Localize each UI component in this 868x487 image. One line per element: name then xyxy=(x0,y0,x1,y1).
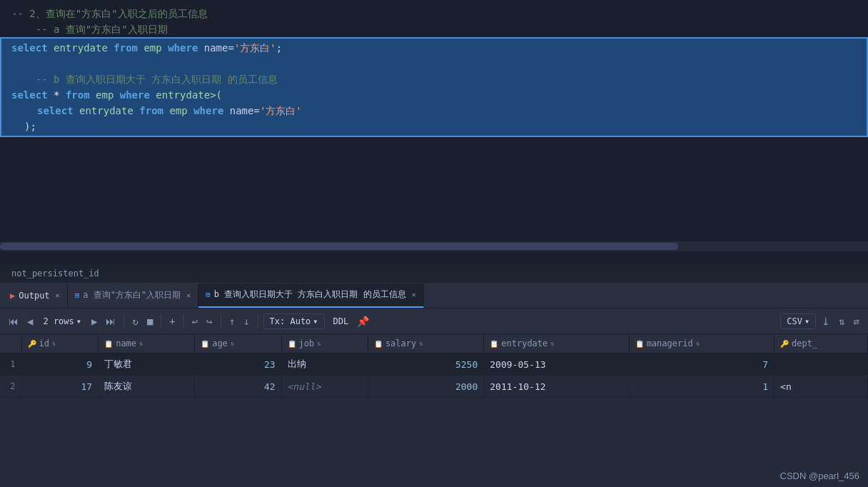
td-entrydate-1: 2009-05-13 xyxy=(484,353,629,376)
code-line-8: ); xyxy=(1,119,867,134)
selected-code-block: select entrydate from emp where name= '方… xyxy=(0,37,868,137)
th-entrydate-sort: ⇅ xyxy=(550,340,554,347)
th-rownum xyxy=(0,334,21,353)
code-area: -- 2、查询在"方东白"入职之后的员工信息 -- a 查询"方东白"入职日期 … xyxy=(0,0,868,237)
table-row: 1 9 丁敏君 23 出纳 5250 2009-05-13 7 xyxy=(0,353,868,376)
td-age-1: 23 xyxy=(195,353,281,376)
ddl-button[interactable]: DDL xyxy=(328,314,355,328)
tab-query-a[interactable]: ⊞ a 查询"方东白"入职日期 ✕ xyxy=(68,283,199,308)
separator-1 xyxy=(123,314,124,328)
th-id[interactable]: 🔑 id ⇅ xyxy=(21,334,99,353)
refresh-button[interactable]: ↻ xyxy=(129,313,141,329)
td-id-2: 17 xyxy=(21,376,99,398)
bottom-panel: not_persistent_id ▶ Output ✕ ⊞ a 查询"方东白"… xyxy=(0,264,868,487)
td-job-2: <null> xyxy=(281,376,368,398)
last-row-button[interactable]: ⏭ xyxy=(103,313,118,329)
separator-2 xyxy=(161,314,161,328)
rows-count-button[interactable]: 2 rows ▾ xyxy=(39,314,86,328)
th-salary-label: salary xyxy=(385,338,416,348)
tab-query-b[interactable]: ⊞ b 查询入职日期大于 方东白入职日期 的员工信息 ✕ xyxy=(198,283,424,308)
th-id-sort: ⇅ xyxy=(52,340,56,347)
tab-output-close[interactable]: ✕ xyxy=(56,291,60,299)
next-row-button[interactable]: ▶ xyxy=(89,313,100,329)
tab-b-close[interactable]: ✕ xyxy=(412,291,416,298)
td-job-1: 出纳 xyxy=(281,353,368,376)
code-line-7: select entrydate from emp where name= '方… xyxy=(1,103,867,119)
th-entrydate[interactable]: 📋 entrydate ⇅ xyxy=(484,334,629,353)
stop-button[interactable]: ■ xyxy=(144,313,156,329)
csv-export-button[interactable]: CSV ▾ xyxy=(780,313,816,329)
th-managerid[interactable]: 📋 managerid ⇅ xyxy=(629,334,774,353)
tab-output[interactable]: ▶ Output ✕ xyxy=(3,283,68,308)
move-down-button[interactable]: ↓ xyxy=(241,313,252,329)
td-managerid-2: 1 xyxy=(629,376,774,398)
watermark-text: CSDN @pearl_456 xyxy=(780,471,859,481)
first-row-button[interactable]: ⏮ xyxy=(6,313,21,329)
comment-1: -- 2、查询在"方东白"入职之后的员工信息 xyxy=(11,6,208,21)
code-line-blank3 xyxy=(0,169,868,184)
horizontal-scrollbar[interactable] xyxy=(0,241,868,251)
th-name-sort: ⇅ xyxy=(139,340,143,347)
comment-2: -- a 查询"方东白"入职日期 xyxy=(11,21,168,37)
csdn-watermark: CSDN @pearl_456 xyxy=(780,471,859,481)
code-line-blank6 xyxy=(0,216,868,231)
undo-button[interactable]: ↩ xyxy=(189,313,201,329)
compare-button[interactable]: ⇄ xyxy=(851,313,862,329)
code-line-blank xyxy=(0,137,868,153)
results-table-container[interactable]: 🔑 id ⇅ 📋 name ⇅ 📋 xyxy=(0,334,868,486)
ddl-label: DDL xyxy=(333,316,349,326)
th-managerid-sort: ⇅ xyxy=(696,340,700,347)
output-icon: ▶ xyxy=(10,291,15,301)
tab-query-a-label: a 查询"方东白"入职日期 xyxy=(83,289,181,301)
add-row-button[interactable]: + xyxy=(166,313,178,329)
td-id-1: 9 xyxy=(21,353,99,376)
tabs-bar: ▶ Output ✕ ⊞ a 查询"方东白"入职日期 ✕ ⊞ b 查询入职日期大… xyxy=(0,283,868,308)
th-age[interactable]: 📋 age ⇅ xyxy=(195,334,281,353)
move-up-button[interactable]: ↑ xyxy=(226,313,238,329)
td-dept-1 xyxy=(774,353,868,376)
panel-id-bar: not_persistent_id xyxy=(0,264,868,283)
th-job[interactable]: 📋 job ⇅ xyxy=(281,334,368,353)
code-editor: -- 2、查询在"方东白"入职之后的员工信息 -- a 查询"方东白"入职日期 … xyxy=(0,0,868,264)
csv-label: CSV xyxy=(787,316,802,326)
td-entrydate-2: 2011-10-12 xyxy=(484,376,629,398)
table-row: 2 17 陈友谅 42 <null> 2000 2011-10-12 1 <n xyxy=(0,376,868,398)
code-line-2: -- a 查询"方东白"入职日期 xyxy=(0,21,868,37)
th-dept[interactable]: 🔑 dept_ xyxy=(774,334,868,353)
th-age-label: age xyxy=(212,338,228,348)
th-age-sort: ⇅ xyxy=(231,340,234,347)
code-line-4 xyxy=(1,56,867,71)
scrollbar-thumb[interactable] xyxy=(0,243,678,250)
tx-auto-button[interactable]: Tx: Auto ▾ xyxy=(263,313,325,329)
comment-3: -- b 查询入职日期大于 方东白入职日期 的员工信息 xyxy=(11,71,278,87)
code-line-1: -- 2、查询在"方东白"入职之后的员工信息 xyxy=(0,6,868,21)
th-salary[interactable]: 📋 salary ⇅ xyxy=(368,334,483,353)
separator-5 xyxy=(258,314,258,328)
th-id-label: id xyxy=(39,338,49,348)
redo-button[interactable]: ↩ xyxy=(203,313,215,329)
download-button[interactable]: ⤓ xyxy=(819,313,833,329)
results-table: 🔑 id ⇅ 📋 name ⇅ 📋 xyxy=(0,334,868,398)
td-salary-1: 5250 xyxy=(368,353,483,376)
td-salary-2: 2000 xyxy=(368,376,483,398)
th-name[interactable]: 📋 name ⇅ xyxy=(99,334,195,353)
td-age-2: 42 xyxy=(195,376,281,398)
th-name-label: name xyxy=(116,338,136,348)
th-job-icon: 📋 xyxy=(288,340,296,348)
tx-label: Tx: Auto xyxy=(270,316,311,326)
th-dept-icon: 🔑 xyxy=(780,340,789,348)
rows-count-dropdown: ▾ xyxy=(76,316,81,326)
th-salary-icon: 📋 xyxy=(374,340,383,348)
csv-dropdown: ▾ xyxy=(804,316,809,326)
th-name-icon: 📋 xyxy=(104,340,113,348)
th-entrydate-icon: 📋 xyxy=(490,340,498,348)
tab-a-close[interactable]: ✕ xyxy=(186,291,191,299)
prev-row-button[interactable]: ◀ xyxy=(24,313,36,329)
code-line-blank4 xyxy=(0,184,868,200)
rows-count-label: 2 rows xyxy=(43,316,74,326)
transpose-button[interactable]: ⇅ xyxy=(836,313,847,329)
td-rownum-2: 2 xyxy=(0,376,21,398)
pin-button[interactable]: 📌 xyxy=(357,316,369,327)
table-header-row: 🔑 id ⇅ 📋 name ⇅ 📋 xyxy=(0,334,868,353)
th-dept-label: dept_ xyxy=(792,338,817,348)
